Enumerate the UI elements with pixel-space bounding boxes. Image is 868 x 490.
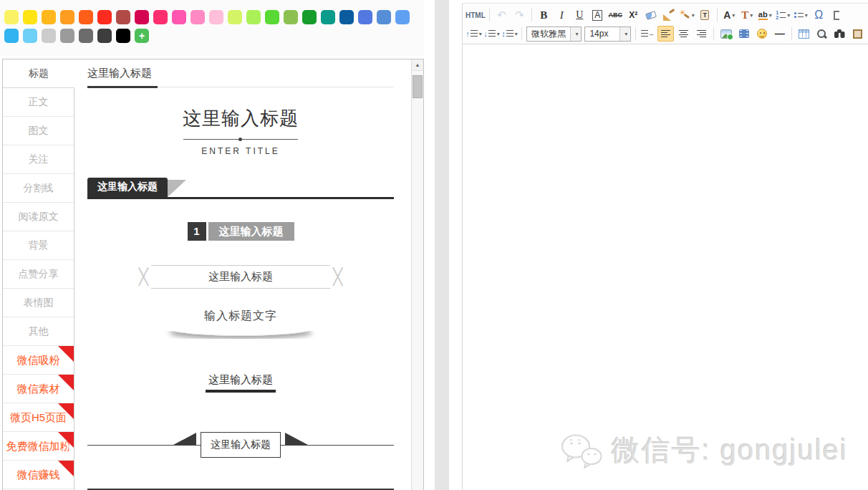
color-swatch[interactable] [284, 10, 298, 24]
color-swatch[interactable] [321, 10, 335, 24]
color-swatch[interactable] [42, 29, 56, 43]
color-swatch[interactable] [246, 10, 261, 24]
editor-content-area[interactable]: 微信号: gongjulei [463, 44, 868, 487]
template-black-tab[interactable]: 这里输入标题 [87, 178, 394, 199]
sidebar-ad-item[interactable]: 微信吸粉AD [3, 346, 74, 375]
horizontal-rule-button[interactable]: — [771, 26, 788, 42]
template-number-box[interactable]: 1 这里输入标题 [87, 222, 394, 241]
font-size-select[interactable]: 14px ▾ [584, 27, 631, 42]
color-swatch[interactable] [97, 29, 112, 43]
scrollbar-up-button[interactable]: ▲ [412, 59, 423, 71]
fullscreen-button[interactable] [849, 26, 866, 42]
align-center-button[interactable] [675, 26, 692, 42]
chevron-down-icon: ▾ [732, 12, 735, 19]
scrollbar-thumb[interactable] [413, 75, 423, 98]
boxed-a-button[interactable]: A [589, 7, 606, 23]
indent-button[interactable]: → [640, 26, 656, 42]
color-swatch[interactable] [358, 10, 372, 24]
insert-table-button[interactable] [796, 26, 812, 42]
space-above-button[interactable]: ↑ ▾ [466, 26, 482, 42]
quick-format-button[interactable]: ▾ [679, 7, 695, 23]
add-color-button[interactable]: + [135, 29, 149, 43]
highlight-color-button[interactable]: ab ▾ [757, 7, 773, 23]
color-swatch[interactable] [377, 10, 391, 24]
toolbar-separator [635, 27, 636, 40]
font-color-button[interactable]: A ▾ [721, 7, 738, 23]
color-swatch[interactable] [23, 29, 37, 43]
remove-format-button[interactable] [643, 7, 660, 23]
template-chevron-banner[interactable]: ╳ 这里输入标题 ╳ [87, 265, 394, 289]
insert-video-button[interactable] [736, 26, 752, 42]
sidebar-item-category[interactable]: 其他 [3, 317, 74, 346]
template-underline-tab[interactable]: 这里输入标题 [87, 65, 394, 87]
superscript-button[interactable]: X² [625, 7, 642, 23]
color-swatch[interactable] [395, 10, 410, 24]
template-ribbon-box[interactable]: 这里输入标题 [87, 424, 394, 467]
color-swatch[interactable] [79, 29, 93, 43]
template-curve-shadow[interactable]: 输入标题文字 [87, 309, 394, 339]
sidebar-item-category[interactable]: 正文 [3, 88, 74, 117]
color-swatch[interactable] [42, 10, 56, 24]
find-replace-button[interactable] [831, 26, 848, 42]
sidebar-ad-item[interactable]: 微信赚钱AD [3, 461, 74, 489]
align-left-button[interactable] [657, 26, 674, 42]
preview-button[interactable] [814, 26, 830, 42]
sidebar-item-category[interactable]: 关注 [3, 145, 74, 174]
sidebar-item-category[interactable]: 点赞分享 [3, 260, 74, 289]
sidebar-item-category[interactable]: 表情图 [3, 289, 74, 317]
insert-image-button[interactable] [718, 26, 734, 42]
video-icon [739, 29, 749, 38]
color-swatch[interactable] [97, 10, 112, 24]
sidebar-item-category[interactable]: 背景 [3, 231, 74, 260]
space-below-button[interactable]: ↓ ▾ [483, 26, 500, 42]
underline-button[interactable]: U [572, 7, 588, 23]
sidebar-ad-item[interactable]: 微页H5页面AD [3, 403, 74, 432]
template-text: 这里输入标题 [208, 222, 294, 241]
font-family-select[interactable]: 微软雅黑 ▾ [526, 27, 582, 42]
template-thick-underline[interactable]: 这里输入标题 [87, 373, 394, 393]
ordered-list-button[interactable]: 1 2 ▾ [775, 7, 791, 23]
color-swatch[interactable] [116, 29, 130, 43]
italic-button[interactable]: I [554, 7, 570, 23]
strikethrough-button[interactable]: ABC [607, 7, 624, 23]
color-swatch[interactable] [4, 10, 19, 24]
color-swatch[interactable] [60, 29, 74, 43]
toolbar-separator [713, 27, 714, 40]
emoji-button[interactable] [753, 26, 770, 42]
color-swatch[interactable] [4, 29, 19, 43]
color-swatch[interactable] [79, 10, 93, 24]
sidebar-item-active[interactable]: 标题 [3, 59, 74, 88]
color-swatch[interactable] [339, 10, 354, 24]
color-swatch[interactable] [60, 10, 74, 24]
color-swatch[interactable] [153, 10, 168, 24]
color-swatch[interactable] [209, 10, 223, 24]
html-source-button[interactable]: HTML [466, 7, 486, 23]
sidebar-ad-item[interactable]: 微信素材AD [3, 375, 74, 403]
sidebar-item-category[interactable]: 分割线 [3, 174, 74, 203]
color-swatch[interactable] [265, 10, 279, 24]
paste-as-text-button[interactable]: T [697, 7, 713, 23]
color-swatch[interactable] [23, 10, 37, 24]
sidebar-ad-item[interactable]: 免费微信加粉AD [3, 432, 74, 461]
template-dot-line-title[interactable]: 这里输入标题 ENTER TITLE [87, 106, 394, 156]
align-right-button[interactable] [693, 26, 710, 42]
color-swatch[interactable] [228, 10, 242, 24]
unordered-list-button[interactable]: ▾ [793, 7, 809, 23]
anchor-button[interactable] [829, 7, 845, 23]
color-swatch[interactable] [116, 10, 130, 24]
clear-format-button[interactable] [661, 7, 677, 23]
sidebar-item-category[interactable]: 阅读原文 [3, 203, 74, 231]
title-color-button[interactable]: T ▾ [739, 7, 756, 23]
color-swatch[interactable] [191, 10, 205, 24]
template-scrollbar[interactable]: ▲ [411, 59, 423, 490]
special-char-button[interactable]: Ω [811, 7, 827, 23]
toolbar-separator [791, 27, 792, 40]
bold-button[interactable]: B [536, 7, 552, 23]
color-swatch[interactable] [172, 10, 186, 24]
sidebar-item-category[interactable]: 图文 [3, 117, 74, 145]
color-swatch[interactable] [135, 10, 149, 24]
line-height-button[interactable]: ↕ ▾ [501, 26, 518, 42]
color-swatch[interactable] [302, 10, 317, 24]
redo-button[interactable]: ↷ [511, 7, 528, 23]
undo-button[interactable]: ↶ [493, 7, 510, 23]
